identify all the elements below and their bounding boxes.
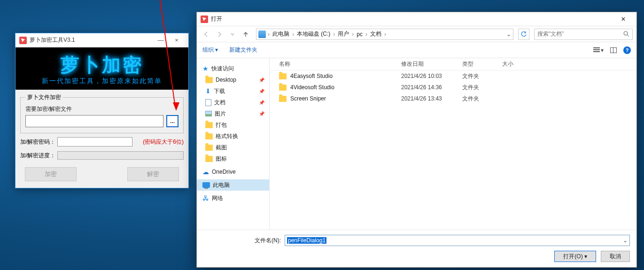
dialog-app-icon [201,15,208,23]
tree-convert[interactable]: 格式转换 [197,131,269,142]
tree-shot[interactable]: 截图 [197,142,269,153]
list-header[interactable]: 名称 修改日期 类型 大小 [270,58,636,70]
new-folder-button[interactable]: 新建文件夹 [229,46,257,54]
decrypt-button[interactable]: 解密 [127,167,179,181]
tool-titlebar[interactable]: 萝卜加密工具V3.1 — × [16,33,188,47]
chevron-right-icon: › [332,31,336,38]
view-button[interactable]: ▾ [593,47,604,54]
list-item[interactable]: 4Easysoft Studio2021/4/26 10:03文件夹 [270,70,636,82]
crumb-pc[interactable]: pc [356,31,364,38]
refresh-button[interactable] [518,29,529,40]
dialog-titlebar[interactable]: 打开 × [197,12,636,26]
download-icon: ⬇ [205,87,211,95]
group-legend: 萝卜文件加密 [25,93,63,101]
dialog-toolbar: 组织 ▾ 新建文件夹 ▾ ? [197,42,636,58]
organize-button[interactable]: 组织 ▾ [202,46,218,54]
file-encrypt-group: 萝卜文件加密 需要加密/解密文件 ... [20,93,184,133]
encrypt-button[interactable]: 加密 [25,167,77,181]
list-item[interactable]: 4Videosoft Studio2021/4/26 14:36文件夹 [270,82,636,93]
row-type: 文件夹 [462,95,502,103]
svg-line-1 [627,35,629,37]
progress-bar [57,151,184,160]
tree-documents[interactable]: 文档📌 [197,97,269,108]
row-name: 4Videosoft Studio [290,84,334,91]
nav-forward-button[interactable] [214,29,225,40]
cloud-icon: ☁ [202,168,209,176]
tree-pictures[interactable]: 图片📌 [197,108,269,119]
nav-recent-dropdown[interactable] [227,29,238,40]
tool-title-text: 萝卜加密工具V3.1 [30,36,75,44]
col-header-type[interactable]: 类型 [462,60,502,68]
chevron-right-icon: › [383,31,387,38]
file-list: 名称 修改日期 类型 大小 4Easysoft Studio2021/4/26 … [270,58,636,230]
pc-icon [202,182,210,188]
app-icon [19,37,27,44]
tree-icons[interactable]: 图标 [197,153,269,164]
crumb-drive[interactable]: 本地磁盘 (C:) [296,30,331,38]
cancel-button[interactable]: 取消 [601,251,630,262]
dialog-title-text: 打开 [211,15,614,23]
network-icon: 🖧 [202,194,209,202]
breadcrumb[interactable]: › 此电脑 › 本地磁盘 (C:) › 用户 › pc › 文档 › ⌄ [256,29,513,40]
list-view-icon [593,47,600,53]
folder-icon [205,77,213,83]
folder-icon [205,145,213,151]
tree-pack[interactable]: 打包 [197,119,269,131]
open-file-dialog: 打开 × › 此电脑 › 本地磁盘 (C:) › 用户 › pc › 文档 › [196,12,637,268]
row-date: 2021/4/26 14:36 [401,84,462,91]
tree-network[interactable]: 🖧网络 [197,193,269,204]
browse-button[interactable]: ... [166,115,178,127]
pin-icon: 📌 [259,111,264,116]
crumb-thispc[interactable]: 此电脑 [272,30,290,38]
col-header-name[interactable]: 名称 [279,60,401,68]
pin-icon: 📌 [259,89,264,94]
crumb-dropdown-icon[interactable]: ⌄ [506,31,511,38]
folder-icon [279,96,287,102]
file-field-label: 需要加密/解密文件 [25,105,178,113]
search-input[interactable]: 搜索"文档" [534,29,633,40]
star-icon: ★ [202,65,209,72]
nav-back-button[interactable] [201,29,212,40]
search-icon [623,31,629,37]
tree-downloads[interactable]: ⬇下载📌 [197,85,269,97]
tree-quick-access[interactable]: ★快速访问 [197,63,269,74]
col-header-size[interactable]: 大小 [502,60,530,68]
preview-pane-button[interactable] [610,47,617,53]
open-button[interactable]: 打开(O) ▾ [554,251,596,262]
banner-big-text: 萝卜加密 [61,52,143,78]
encrypt-tool-window: 萝卜加密工具V3.1 — × 萝卜加密 新一代加密工具，加密原来如此简单 萝卜文… [15,33,189,188]
row-date: 2021/4/26 10:03 [401,73,462,79]
crumb-users[interactable]: 用户 [337,30,350,38]
filename-label: 文件名(N): [203,237,281,245]
filename-dropdown-icon[interactable]: ⌄ [623,237,628,244]
nav-tree: ★快速访问 Desktop📌 ⬇下载📌 文档📌 图片📌 打包 格式转换 截图 图… [197,58,270,230]
folder-icon [205,122,213,128]
pin-icon: 📌 [259,77,264,83]
list-item[interactable]: Screen Sniper2021/4/26 13:43文件夹 [270,93,636,104]
tree-thispc[interactable]: 此电脑 [197,179,269,191]
password-input[interactable] [57,137,132,147]
tree-onedrive[interactable]: ☁OneDrive [197,166,269,177]
dialog-close-button[interactable]: × [614,12,633,26]
row-type: 文件夹 [462,72,502,80]
row-type: 文件夹 [462,84,502,92]
annotation-arrow-head [173,102,179,111]
svg-point-0 [624,31,628,35]
crumb-documents[interactable]: 文档 [369,30,382,38]
tree-desktop[interactable]: Desktop📌 [197,74,269,85]
tool-banner: 萝卜加密 新一代加密工具，加密原来如此简单 [16,47,188,90]
filename-input[interactable]: penFileDialog1 ⌄ [285,235,630,246]
chevron-right-icon: › [267,31,271,38]
row-date: 2021/4/26 13:43 [401,95,462,102]
dialog-footer: 文件名(N): penFileDialog1 ⌄ 打开(O) ▾ 取消 [197,230,636,267]
nav-up-button[interactable] [240,29,251,40]
col-header-date[interactable]: 修改日期 [401,60,462,68]
progress-label: 加/解密进度： [20,152,55,160]
close-button[interactable]: × [169,33,185,47]
filename-value: penFileDialog1 [287,237,326,244]
password-hint: (密码应大于6位) [143,138,184,146]
folder-icon [279,73,287,79]
preview-pane-icon [610,47,617,53]
help-icon[interactable]: ? [623,46,631,54]
file-path-input[interactable] [25,115,163,127]
